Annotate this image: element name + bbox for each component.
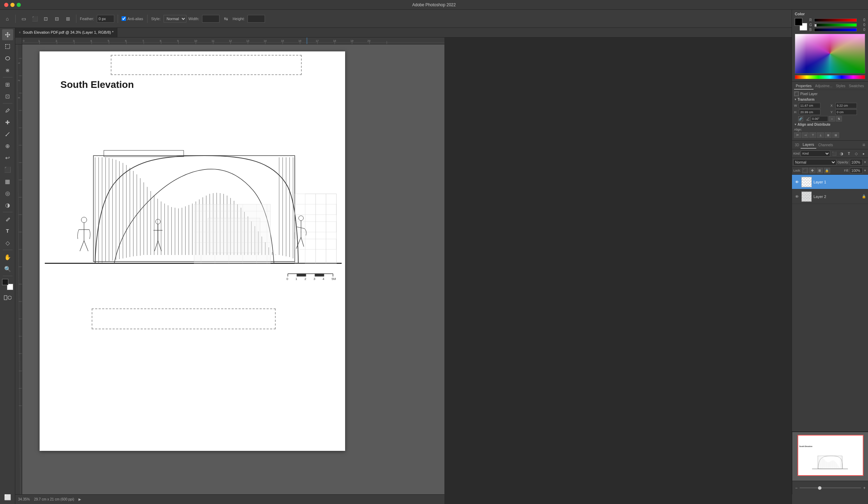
align-top-icon[interactable]: ⊥ (817, 132, 824, 138)
arrow-status[interactable]: ▶ (78, 497, 81, 501)
h-input[interactable] (799, 109, 820, 115)
y-input[interactable] (835, 109, 857, 115)
zoom-slider-thumb[interactable] (818, 486, 821, 490)
align-left-icon[interactable]: ⊢ (794, 132, 801, 138)
r-slider[interactable] (814, 18, 857, 22)
opacity-input[interactable] (850, 159, 862, 165)
close-button[interactable] (4, 3, 8, 7)
align-bottom-icon[interactable]: ⊟ (832, 132, 839, 138)
fill-arrow[interactable]: ▼ (863, 169, 867, 172)
eraser-tool[interactable]: ⬛ (2, 164, 13, 175)
align-right-icon[interactable]: ⊤ (809, 132, 816, 138)
magic-wand-tool[interactable]: ⋇ (2, 65, 13, 76)
zoom-slider-track[interactable] (800, 487, 861, 488)
foreground-color[interactable] (2, 279, 8, 285)
filter-adjust-icon[interactable]: ◑ (838, 150, 845, 157)
layer-1-visibility[interactable]: 👁 (794, 179, 800, 185)
tab-close-icon[interactable]: × (19, 31, 21, 34)
layer-2-visibility[interactable]: 👁 (794, 194, 800, 199)
brush-tool[interactable] (2, 129, 13, 140)
minimize-button[interactable] (10, 3, 15, 7)
lock-all-icon[interactable]: 🔒 (824, 168, 830, 173)
history-brush-tool[interactable]: ↩ (2, 152, 13, 163)
dodge-tool[interactable]: ◑ (2, 199, 13, 210)
align-center-h-icon[interactable]: ⊣ (802, 132, 809, 138)
align-center-v-icon[interactable]: ⊞ (825, 132, 832, 138)
hand-tool[interactable]: ✋ (2, 251, 13, 263)
tab-styles[interactable]: Styles (834, 83, 847, 90)
canvas-content[interactable]: South Elevation (22, 44, 444, 494)
screen-mode-tool[interactable]: ⬜ (2, 491, 13, 503)
path-tool[interactable]: ◇ (2, 237, 13, 248)
x-input[interactable] (835, 103, 857, 108)
clone-tool[interactable]: ⊕ (2, 140, 13, 151)
flip-h-icon[interactable]: ↔ (829, 116, 835, 122)
color-gradient-picker[interactable] (795, 34, 865, 74)
svg-point-155 (81, 217, 87, 223)
lock-artboard-icon[interactable]: ⊞ (817, 168, 823, 173)
expand-icon[interactable]: ⬛ (30, 14, 39, 23)
icon4[interactable]: ⊞ (64, 14, 73, 23)
kind-select[interactable]: Kind (801, 150, 830, 157)
lock-pixels-icon[interactable]: ⬛ (802, 168, 808, 173)
pen-tool[interactable] (2, 214, 13, 225)
tab-properties[interactable]: Properties (794, 83, 813, 90)
tab-layers[interactable]: Layers (801, 141, 816, 149)
crop-tool[interactable]: ⊞ (2, 79, 13, 90)
layer-1-row[interactable]: 👁 Layer 1 (792, 175, 868, 189)
link-proportional-icon[interactable]: 🔗 (798, 116, 803, 121)
eyedropper-tool[interactable] (2, 105, 13, 116)
tab-3d[interactable]: 3D (793, 142, 801, 148)
g-slider[interactable] (814, 23, 857, 27)
style-select[interactable]: Normal (164, 15, 186, 23)
width-input[interactable] (202, 15, 219, 23)
lock-position-icon[interactable]: ✥ (809, 168, 816, 173)
filter-shape-icon[interactable]: ◇ (853, 150, 859, 157)
heal-tool[interactable]: ✚ (2, 117, 13, 128)
b-slider[interactable] (814, 28, 857, 32)
filter-pixel-icon[interactable]: ⬛ (831, 150, 837, 157)
swap-icon[interactable]: ⇆ (222, 14, 231, 23)
lasso-tool[interactable] (2, 53, 13, 64)
toolbox: ⋇ ⊞ ⊡ ✚ ⊕ ↩ ⬛ ▦ ◎ ◑ T ◇ ✋ 🔍 (0, 28, 15, 504)
gradient-tool[interactable]: ▦ (2, 176, 13, 187)
zoom-in-icon[interactable]: + (863, 486, 866, 490)
document-tab[interactable]: × South Elevation PDF.pdf @ 34.3% (Layer… (15, 27, 117, 37)
fg-color-swatch[interactable] (795, 18, 802, 26)
move-tool[interactable] (2, 29, 13, 40)
subtract-icon[interactable]: ⊟ (52, 14, 61, 23)
antialias-checkbox[interactable] (122, 16, 126, 21)
fill-input[interactable] (850, 168, 862, 173)
filter-type-icon[interactable]: T (846, 150, 852, 157)
maximize-button[interactable] (17, 3, 21, 7)
height-input[interactable] (248, 15, 265, 23)
align-header[interactable]: ▼ Align and Distribute (794, 123, 866, 126)
w-input[interactable] (799, 103, 820, 108)
slice-tool[interactable]: ⊡ (2, 91, 13, 102)
angle-input[interactable] (811, 116, 828, 122)
fg-bg-colors[interactable] (795, 18, 807, 31)
filter-smart-icon[interactable]: ● (860, 150, 867, 157)
blur-tool[interactable]: ◎ (2, 188, 13, 199)
rect-select-icon[interactable]: ▭ (19, 14, 28, 23)
home-icon[interactable]: ⌂ (3, 14, 12, 23)
intersect-icon[interactable]: ⊡ (41, 14, 50, 23)
hue-bar[interactable] (795, 75, 865, 79)
layers-expand-icon[interactable]: ≡ (861, 141, 867, 149)
tab-swatches[interactable]: Swatches (847, 83, 866, 90)
transform-header[interactable]: ▼ Transform (794, 98, 866, 101)
flip-v-icon[interactable]: ⇅ (836, 116, 842, 122)
text-tool[interactable]: T (2, 225, 13, 237)
tab-channels[interactable]: Channels (816, 142, 835, 148)
opacity-arrow[interactable]: ▼ (863, 160, 867, 164)
rect-marquee-tool[interactable] (2, 41, 13, 52)
tab-adjustments[interactable]: Adjustme... (813, 83, 834, 90)
layer-2-row[interactable]: 👁 Layer 2 🔒 (792, 189, 868, 204)
canvas-area[interactable]: 0 1 2 3 4 5 6 7 8 9 10 (15, 38, 444, 494)
blend-mode-select[interactable]: Normal (793, 159, 836, 165)
quick-mask-tool[interactable] (2, 292, 13, 303)
zoom-tool[interactable]: 🔍 (2, 263, 13, 274)
feather-input[interactable] (97, 15, 114, 23)
b-value: 0 (858, 28, 865, 32)
zoom-out-icon[interactable]: − (795, 486, 798, 490)
